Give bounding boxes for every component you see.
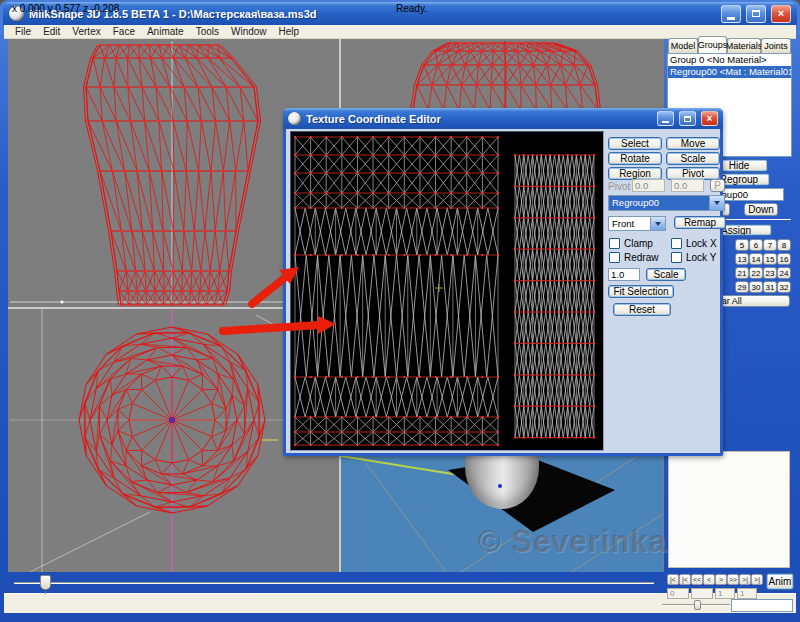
lock-y-checkbox[interactable]: Lock Y [671, 252, 716, 263]
tab-groups[interactable]: Groups [698, 36, 727, 53]
list-item[interactable]: Group 0 <No Material> [668, 54, 791, 66]
checkbox-icon [609, 252, 620, 263]
pivot-p-button[interactable]: P [710, 179, 725, 192]
goto-first-frame-button[interactable]: |< [667, 574, 679, 585]
watermark: © Severinka [478, 524, 667, 560]
goto-last-frame-button[interactable]: >| [751, 574, 763, 585]
origin-dot [498, 484, 502, 488]
clamp-checkbox[interactable]: Clamp [609, 238, 653, 249]
rotate-tool-button[interactable]: Rotate [608, 152, 662, 165]
close-icon: × [707, 114, 713, 124]
view-combobox-value: Front [609, 217, 650, 230]
current-frame-field[interactable] [667, 588, 689, 599]
tab-model[interactable]: Model [668, 38, 698, 53]
step-backward-button[interactable]: < [703, 574, 715, 585]
frame-field-2[interactable] [691, 588, 713, 599]
minimize-button[interactable] [721, 5, 741, 23]
list-item-selected[interactable]: Regroup00 <Mat : Material01> [668, 66, 791, 78]
remap-button[interactable]: Remap [674, 216, 726, 229]
timeline-slider[interactable] [14, 582, 654, 584]
panel-blank-box [668, 451, 790, 568]
chevron-down-icon[interactable] [709, 196, 724, 210]
dialog-icon [288, 112, 301, 125]
menu-help[interactable]: Help [273, 26, 306, 37]
lock-x-label: Lock X [686, 238, 717, 249]
timeline-tick [45, 591, 46, 594]
group-combobox-value: Regroup00 [609, 196, 709, 210]
chevron-down-icon[interactable] [650, 217, 665, 230]
dialog-minimize-button[interactable] [657, 111, 674, 126]
pivot-y-field[interactable] [671, 179, 704, 192]
dialog-title: Texture Coordinate Editor [306, 113, 652, 125]
timeline-thumb[interactable] [40, 575, 51, 590]
step-forward-button[interactable]: > [715, 574, 727, 585]
down-button[interactable]: Down [744, 203, 778, 216]
scale-value-field[interactable] [608, 268, 640, 281]
status-message: Ready. [396, 3, 427, 14]
checkbox-icon [609, 238, 620, 249]
smoothing-group-31[interactable]: 31 [763, 281, 777, 293]
menu-file[interactable]: File [9, 26, 37, 37]
smoothing-group-16[interactable]: 16 [777, 253, 791, 265]
frame-slider-thumb[interactable] [694, 600, 701, 610]
move-tool-button[interactable]: Move [666, 137, 720, 150]
menu-animate[interactable]: Animate [141, 26, 190, 37]
smoothing-group-13[interactable]: 13 [735, 253, 749, 265]
scale-tool-button[interactable]: Scale [666, 152, 720, 165]
checkbox-icon [671, 238, 682, 249]
frame-display-box[interactable] [731, 599, 793, 612]
view-combobox[interactable]: Front [608, 216, 666, 231]
maximize-icon [684, 116, 691, 122]
menu-window[interactable]: Window [225, 26, 273, 37]
texture-coordinate-editor-dialog: Texture Coordinate Editor × Select Move … [283, 108, 723, 456]
menu-vertex[interactable]: Vertex [66, 26, 106, 37]
anim-button[interactable]: Anim [766, 573, 794, 590]
select-tool-button[interactable]: Select [608, 137, 662, 150]
smoothing-group-30[interactable]: 30 [749, 281, 763, 293]
fast-backward-button[interactable]: << [691, 574, 703, 585]
smoothing-group-7[interactable]: 7 [763, 239, 777, 251]
menu-face[interactable]: Face [107, 26, 141, 37]
redraw-checkbox[interactable]: Redraw [609, 252, 658, 263]
tab-joints[interactable]: Joints [761, 38, 791, 53]
redraw-label: Redraw [624, 252, 658, 263]
smoothing-group-24[interactable]: 24 [777, 267, 791, 279]
smoothing-group-5[interactable]: 5 [735, 239, 749, 251]
dialog-close-button[interactable]: × [701, 111, 718, 126]
restore-button[interactable] [746, 5, 766, 23]
smoothing-group-6[interactable]: 6 [749, 239, 763, 251]
minimize-icon [662, 121, 669, 123]
reset-button[interactable]: Reset [613, 303, 671, 316]
menu-bar: File Edit Vertex Face Animate Tools Wind… [4, 25, 796, 39]
milkshape-window: MilkShape 3D 1.8.5 BETA 1 - D:\Мастерска… [0, 0, 800, 622]
smoothing-group-8[interactable]: 8 [777, 239, 791, 251]
scale-apply-button[interactable]: Scale [646, 268, 686, 281]
dialog-title-bar[interactable]: Texture Coordinate Editor × [283, 108, 723, 129]
next-keyframe-button[interactable]: >| [739, 574, 751, 585]
clamp-label: Clamp [624, 238, 653, 249]
menu-edit[interactable]: Edit [37, 26, 66, 37]
window-title: MilkShape 3D 1.8.5 BETA 1 - D:\Мастерска… [29, 8, 716, 20]
fit-selection-button[interactable]: Fit Selection [608, 285, 674, 298]
group-combobox[interactable]: Regroup00 [608, 195, 725, 211]
fast-forward-button[interactable]: >> [727, 574, 739, 585]
smoothing-group-21[interactable]: 21 [735, 267, 749, 279]
smoothing-group-23[interactable]: 23 [763, 267, 777, 279]
smoothing-group-15[interactable]: 15 [763, 253, 777, 265]
last-frame-field[interactable] [737, 588, 757, 599]
pivot-x-field[interactable] [632, 179, 665, 192]
close-button[interactable]: × [771, 5, 791, 23]
previous-keyframe-button[interactable]: |< [679, 574, 691, 585]
dialog-maximize-button[interactable] [679, 111, 696, 126]
lock-y-label: Lock Y [686, 252, 716, 263]
smoothing-group-29[interactable]: 29 [735, 281, 749, 293]
smoothing-group-22[interactable]: 22 [749, 267, 763, 279]
uv-canvas[interactable] [290, 131, 604, 451]
tab-materials[interactable]: Materials [727, 38, 761, 53]
close-icon: × [778, 8, 784, 19]
smoothing-group-32[interactable]: 32 [777, 281, 791, 293]
lock-x-checkbox[interactable]: Lock X [671, 238, 717, 249]
first-frame-field[interactable] [715, 588, 735, 599]
smoothing-group-14[interactable]: 14 [749, 253, 763, 265]
menu-tools[interactable]: Tools [190, 26, 225, 37]
